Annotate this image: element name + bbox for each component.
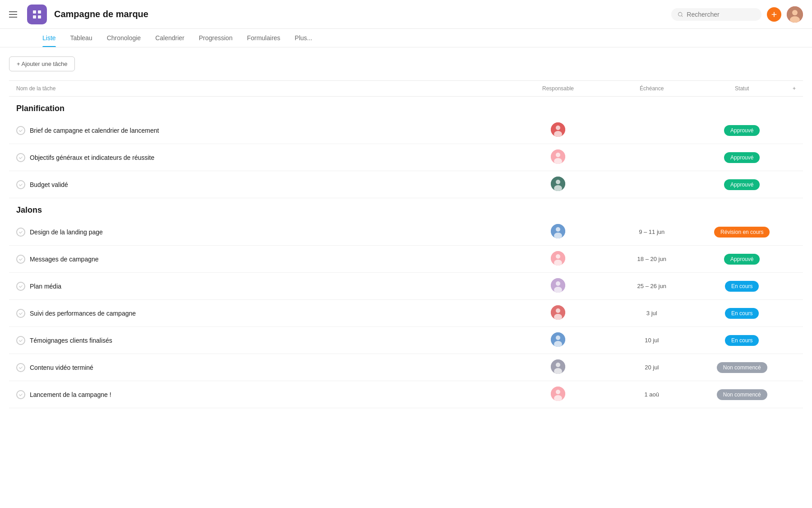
check-svg	[18, 365, 23, 370]
search-box[interactable]	[671, 8, 761, 21]
task-name-cell: Témoignages clients finalisés	[9, 327, 511, 354]
responsible-cell	[511, 144, 605, 171]
status-cell: En cours	[699, 327, 785, 354]
table-row[interactable]: Contenu vidéo terminé 20 jul Non commenc…	[9, 354, 803, 381]
status-badge: Approuvé	[724, 125, 760, 136]
menu-icon[interactable]	[9, 9, 20, 20]
svg-point-12	[556, 153, 560, 157]
task-name-cell: Lancement de la campagne !	[9, 381, 511, 408]
responsible-cell	[511, 246, 605, 273]
task-check-icon[interactable]	[16, 180, 25, 189]
task-check-icon[interactable]	[16, 336, 25, 345]
check-svg	[18, 230, 23, 234]
avatar	[551, 177, 565, 191]
status-badge: En cours	[725, 308, 759, 319]
row-plus	[785, 354, 803, 381]
row-plus	[785, 117, 803, 144]
col-header-plus[interactable]: +	[785, 81, 803, 97]
responsible-cell	[511, 219, 605, 246]
status-badge: En cours	[725, 335, 759, 346]
add-task-button[interactable]: + Ajouter une tâche	[9, 56, 75, 71]
table-row[interactable]: Design de la landing page 9 – 11 jun Rév…	[9, 219, 803, 246]
task-check-icon[interactable]	[16, 126, 25, 135]
due-cell: 10 jul	[605, 327, 699, 354]
add-button[interactable]	[767, 7, 781, 22]
table-row[interactable]: Suivi des performances de campagne 3 jul…	[9, 300, 803, 327]
tab-liste[interactable]: Liste	[36, 29, 62, 47]
avatar	[551, 149, 565, 164]
plus-icon	[770, 11, 778, 18]
avatar	[551, 122, 565, 137]
tab-chronologie[interactable]: Chronologie	[101, 29, 148, 47]
user-avatar[interactable]	[787, 6, 803, 23]
due-cell: 9 – 11 jun	[605, 219, 699, 246]
table-row[interactable]: Lancement de la campagne ! 1 aoû Non com…	[9, 381, 803, 408]
status-cell: Approuvé	[699, 171, 785, 198]
row-plus	[785, 219, 803, 246]
status-cell: Approuvé	[699, 246, 785, 273]
task-name-cell: Brief de campagne et calendrier de lance…	[9, 117, 511, 144]
svg-point-18	[556, 227, 560, 232]
svg-rect-2	[33, 15, 36, 19]
table-row[interactable]: Messages de campagne 18 – 20 jun Approuv…	[9, 246, 803, 273]
status-cell: Non commencé	[699, 354, 785, 381]
task-name-cell: Suivi des performances de campagne	[9, 300, 511, 327]
task-check-icon[interactable]	[16, 282, 25, 291]
responsible-cell	[511, 273, 605, 300]
tab-tableau[interactable]: Tableau	[64, 29, 99, 47]
task-name: Lancement de la campagne !	[30, 391, 111, 398]
row-plus	[785, 273, 803, 300]
avatar	[551, 251, 565, 266]
avatar	[551, 305, 565, 320]
add-task-label: + Ajouter une tâche	[17, 61, 67, 67]
status-cell: Approuvé	[699, 117, 785, 144]
table-row[interactable]: Brief de campagne et calendrier de lance…	[9, 117, 803, 144]
tab-progression[interactable]: Progression	[193, 29, 239, 47]
status-cell: En cours	[699, 273, 785, 300]
svg-point-24	[556, 281, 560, 286]
header: Campagne de marque	[0, 0, 812, 29]
avatar	[551, 278, 565, 293]
check-svg	[18, 311, 23, 316]
task-check-icon[interactable]	[16, 390, 25, 399]
due-cell: 20 jul	[605, 354, 699, 381]
avatar	[551, 359, 565, 374]
due-cell	[605, 171, 699, 198]
due-cell: 18 – 20 jun	[605, 246, 699, 273]
task-name-cell: Objectifs généraux et indicateurs de réu…	[9, 144, 511, 171]
table-row[interactable]: Plan média 25 – 26 jun En cours	[9, 273, 803, 300]
tab-plus[interactable]: Plus...	[288, 29, 318, 47]
svg-point-27	[556, 308, 560, 313]
task-name: Contenu vidéo terminé	[30, 364, 93, 371]
task-check-icon[interactable]	[16, 363, 25, 372]
check-svg	[18, 257, 23, 261]
due-cell	[605, 144, 699, 171]
col-header-status: Statut	[699, 81, 785, 97]
status-cell: En cours	[699, 300, 785, 327]
row-plus	[785, 246, 803, 273]
row-plus	[785, 300, 803, 327]
task-name-cell: Messages de campagne	[9, 246, 511, 273]
responsible-cell	[511, 354, 605, 381]
svg-point-30	[556, 336, 560, 340]
avatar	[551, 224, 565, 238]
task-check-icon[interactable]	[16, 153, 25, 162]
tab-formulaires[interactable]: Formulaires	[240, 29, 286, 47]
task-check-icon[interactable]	[16, 309, 25, 318]
responsible-cell	[511, 117, 605, 144]
search-input[interactable]	[687, 11, 755, 18]
status-badge: Révision en cours	[714, 227, 770, 238]
table-row[interactable]: Témoignages clients finalisés 10 jul En …	[9, 327, 803, 354]
task-check-icon[interactable]	[16, 228, 25, 237]
table-row[interactable]: Budget validé Approuvé	[9, 171, 803, 198]
table-row[interactable]: Objectifs généraux et indicateurs de réu…	[9, 144, 803, 171]
responsible-cell	[511, 171, 605, 198]
status-cell: Non commencé	[699, 381, 785, 408]
project-title: Campagne de marque	[54, 9, 148, 19]
check-svg	[18, 128, 23, 133]
task-name: Objectifs généraux et indicateurs de réu…	[30, 154, 154, 161]
header-right	[671, 6, 803, 23]
task-check-icon[interactable]	[16, 255, 25, 264]
tab-calendrier[interactable]: Calendrier	[149, 29, 191, 47]
task-name: Brief de campagne et calendrier de lance…	[30, 127, 159, 134]
